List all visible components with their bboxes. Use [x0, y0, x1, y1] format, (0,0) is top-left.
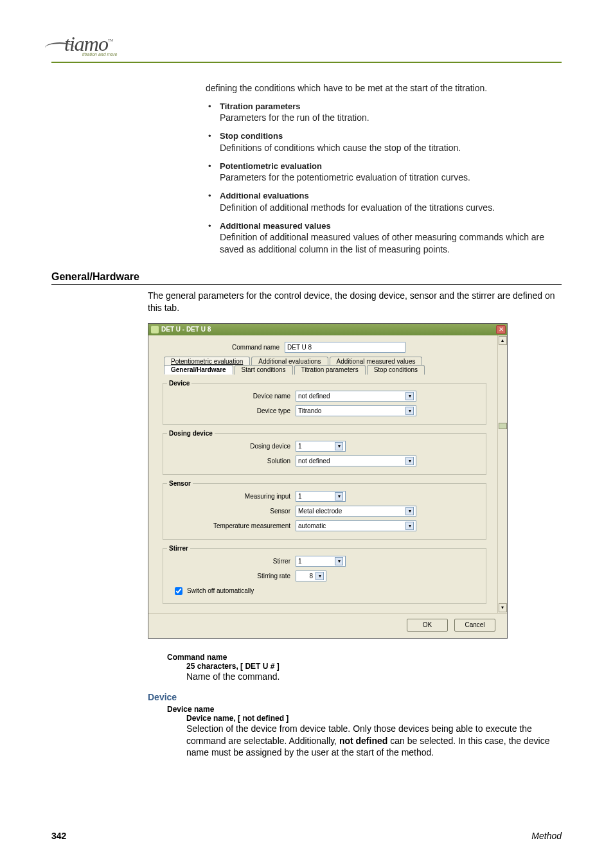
logo-block: tiamo™ titration and more	[51, 32, 562, 57]
device-group: Device Device name not defined ▾ Device …	[163, 380, 486, 425]
measuring-input-select[interactable]: 1 ▾	[296, 491, 346, 502]
temperature-select[interactable]: automatic ▾	[296, 520, 416, 531]
command-name-definition: Command name 25 characters, [ DET U # ] …	[167, 653, 562, 683]
logo-text: tiamo™	[51, 32, 562, 56]
chevron-down-icon: ▾	[405, 392, 414, 400]
bullet-title: Additional measured values	[220, 220, 562, 232]
stirrer-group: Stirrer Stirrer 1 ▾ Stirring rate 8 ▾	[163, 545, 486, 604]
page-number: 342	[51, 831, 66, 841]
bullet-desc: Definition of additional methods for eva…	[220, 202, 562, 214]
titlebar: DET U - DET U 8 ✕	[148, 324, 507, 335]
measuring-input-value: 1	[298, 493, 302, 500]
def-body: Name of the command.	[186, 671, 562, 683]
device-name-value: not defined	[298, 393, 330, 400]
chevron-down-icon: ▾	[405, 522, 414, 530]
dialog-body: ▴ ▾ Command name Potentiometric evaluati…	[148, 335, 507, 613]
device-type-value: Titrando	[298, 407, 321, 414]
device-name-select[interactable]: not defined ▾	[296, 391, 416, 402]
measuring-input-label: Measuring input	[167, 493, 296, 500]
sensor-legend: Sensor	[167, 480, 193, 487]
device-name-definition: Device name Device name, [ not defined ]…	[167, 705, 562, 759]
scroll-up-icon[interactable]: ▴	[499, 336, 507, 345]
command-name-row: Command name	[156, 342, 497, 353]
ok-button[interactable]: OK	[407, 619, 448, 632]
def-sub: 25 characters, [ DET U # ]	[186, 662, 562, 671]
sensor-label: Sensor	[167, 508, 296, 515]
dosing-device-label: Dosing device	[167, 443, 296, 450]
tabs-row-1: Potentiometric evaluation Additional eva…	[164, 357, 497, 366]
page: tiamo™ titration and more defining the c…	[0, 0, 613, 868]
list-item: Additional measured values Definition of…	[206, 220, 562, 256]
device-type-select[interactable]: Titrando ▾	[296, 405, 416, 416]
tab-additional-evaluations[interactable]: Additional evaluations	[251, 357, 328, 366]
dosing-legend: Dosing device	[167, 430, 215, 437]
bullet-title: Potentiometric evaluation	[220, 161, 562, 172]
dialog-window: DET U - DET U 8 ✕ ▴ ▾ Command name Poten…	[148, 323, 508, 639]
logo-word: tiamo	[64, 32, 108, 55]
command-name-label: Command name	[156, 344, 285, 351]
bullet-desc: Parameters for the run of the titration.	[220, 112, 562, 124]
stirrer-value: 1	[298, 558, 302, 565]
tab-potentiometric-evaluation[interactable]: Potentiometric evaluation	[164, 357, 250, 366]
header-rule	[51, 62, 562, 63]
stirring-rate-select[interactable]: 8 ▾	[296, 571, 326, 581]
tab-general-hardware[interactable]: General/Hardware	[164, 365, 233, 375]
app-icon	[151, 326, 159, 333]
stirrer-select[interactable]: 1 ▾	[296, 556, 346, 567]
device-name-label: Device name	[167, 393, 296, 400]
switch-off-checkbox[interactable]	[175, 587, 182, 595]
scroll-track[interactable]	[499, 346, 507, 603]
chevron-down-icon: ▾	[335, 442, 343, 450]
chevron-down-icon: ▾	[315, 572, 324, 580]
temperature-value: automatic	[298, 522, 326, 529]
sensor-select[interactable]: Metal electrode ▾	[296, 506, 416, 517]
def-body: Selection of the device from device tabl…	[186, 723, 562, 759]
chevron-down-icon: ▾	[405, 457, 414, 465]
stirrer-label: Stirrer	[167, 558, 296, 565]
list-item: Additional evaluations Definition of add…	[206, 190, 562, 213]
tab-stop-conditions[interactable]: Stop conditions	[367, 365, 425, 375]
tab-titration-parameters[interactable]: Titration parameters	[294, 365, 366, 375]
cancel-button[interactable]: Cancel	[454, 619, 495, 632]
bullet-title: Titration parameters	[220, 101, 562, 112]
section-intro: The general parameters for the control d…	[148, 290, 562, 314]
footer-section: Method	[531, 831, 562, 841]
scroll-down-icon[interactable]: ▾	[499, 603, 507, 612]
scroll-thumb[interactable]	[499, 423, 507, 429]
device-subheading: Device	[148, 692, 562, 702]
dialog-button-bar: OK Cancel	[148, 613, 507, 638]
switch-off-checkbox-row[interactable]: Switch off automatically	[172, 585, 482, 597]
scrollbar[interactable]: ▴ ▾	[497, 335, 507, 613]
solution-value: not defined	[298, 457, 330, 465]
bullet-desc: Definition of additional measured values…	[220, 231, 562, 256]
chevron-down-icon: ▾	[335, 557, 343, 565]
bullet-desc: Parameters for the potentiometric evalua…	[220, 172, 562, 184]
bullet-title: Stop conditions	[220, 130, 562, 142]
sensor-group: Sensor Measuring input 1 ▾ Sensor Metal …	[163, 480, 486, 540]
bullet-desc: Definitions of conditions which cause th…	[220, 142, 562, 154]
tab-start-conditions[interactable]: Start conditions	[235, 365, 293, 375]
def-sub: Device name, [ not defined ]	[186, 714, 562, 723]
dosing-device-select[interactable]: 1 ▾	[296, 441, 346, 452]
list-item: Titration parameters Parameters for the …	[206, 101, 562, 124]
close-icon[interactable]: ✕	[496, 325, 506, 334]
dosing-device-value: 1	[298, 443, 302, 450]
device-type-label: Device type	[167, 407, 296, 414]
section-heading: General/Hardware	[51, 271, 562, 285]
command-name-input[interactable]	[285, 342, 405, 353]
solution-label: Solution	[167, 457, 296, 465]
switch-off-label: Switch off automatically	[187, 587, 254, 594]
list-item: Stop conditions Definitions of condition…	[206, 130, 562, 154]
tabs-row-2: General/Hardware Start conditions Titrat…	[164, 365, 497, 375]
solution-select[interactable]: not defined ▾	[296, 456, 416, 466]
def-body-bold: not defined	[339, 736, 387, 746]
stirrer-legend: Stirrer	[167, 545, 190, 552]
list-item: Potentiometric evaluation Parameters for…	[206, 161, 562, 184]
def-term: Device name	[167, 705, 562, 714]
window-title: DET U - DET U 8	[161, 326, 496, 333]
bullet-list: Titration parameters Parameters for the …	[206, 101, 562, 256]
logo-tm: ™	[108, 38, 113, 44]
chevron-down-icon: ▾	[405, 507, 414, 515]
bullet-title: Additional evaluations	[220, 190, 562, 202]
tab-additional-measured-values[interactable]: Additional measured values	[330, 357, 423, 366]
